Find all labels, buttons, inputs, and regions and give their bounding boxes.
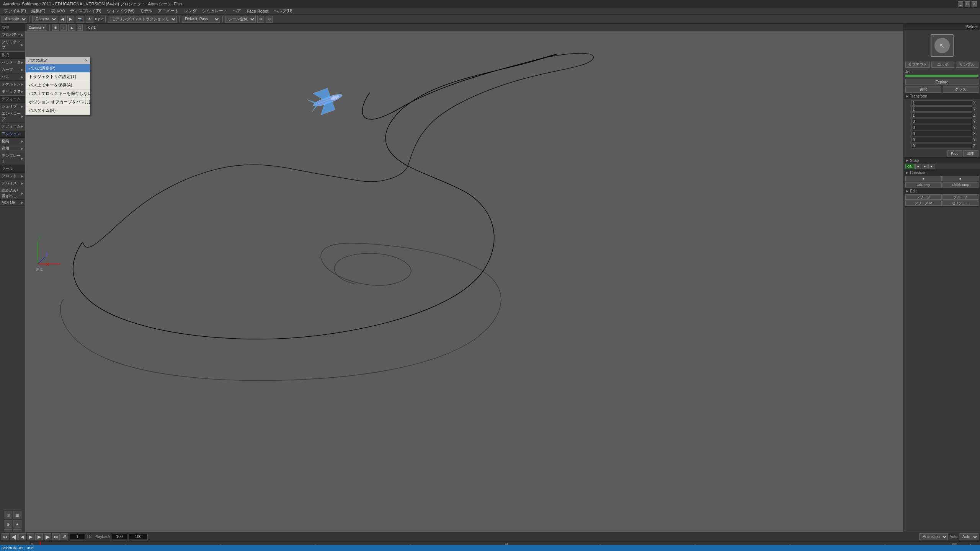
total-frame-display[interactable] — [129, 534, 148, 540]
pass-dropdown[interactable]: Default_Pass — [182, 16, 220, 23]
toolbar-camera-icon[interactable]: 📷 — [76, 16, 84, 23]
btn-edge[interactable]: エッジ — [931, 62, 954, 68]
rot-x-input[interactable] — [911, 119, 972, 124]
camera-select-btn[interactable]: Camera ▼ — [27, 24, 47, 31]
menu-window[interactable]: ウィンドウ(W) — [105, 8, 137, 14]
menu-file[interactable]: ファイル(F) — [2, 8, 28, 14]
maximize-button[interactable]: □ — [965, 1, 970, 7]
sidebar-item-store[interactable]: 格納 ▶ — [0, 138, 25, 145]
ctx-item-path-settings[interactable]: パスの設定(P) — [26, 64, 90, 73]
rot-y-input[interactable] — [911, 125, 972, 130]
btn-class[interactable]: クラス — [943, 86, 979, 93]
toolbar-btn-1[interactable]: ◀ — [59, 16, 66, 23]
menu-hair[interactable]: ヘア — [230, 8, 243, 14]
menu-facerobot[interactable]: Face Robot — [244, 8, 271, 14]
tool-icon-snap[interactable]: ✦ — [13, 520, 21, 528]
sidebar-item-envelope[interactable]: エンベロープ ▶ — [0, 110, 25, 123]
menu-render[interactable]: レンダ — [182, 8, 199, 14]
scale-x-input[interactable] — [911, 100, 972, 106]
vp-btn-wireframe[interactable]: ○ — [60, 24, 66, 31]
menu-animate[interactable]: アニメート — [155, 8, 181, 14]
childcomp-btn[interactable]: ChildComp — [942, 182, 979, 187]
snap-btn-1[interactable]: ● — [915, 164, 921, 169]
minimize-button[interactable]: _ — [958, 1, 963, 7]
btn-sample[interactable]: サンプル — [956, 62, 979, 68]
btn-next-frame[interactable]: ▶ — [35, 533, 43, 540]
end-frame-input[interactable] — [112, 534, 127, 540]
current-frame-input[interactable] — [70, 534, 85, 540]
pin-io[interactable]: ▶ — [21, 192, 23, 195]
pos-z-input[interactable] — [911, 143, 972, 148]
pin-skeleton[interactable]: ▶ — [21, 83, 23, 86]
ctx-item-trajectory[interactable]: トラジェクトリの設定(T) — [26, 73, 90, 81]
toolbar-zoom-out-btn[interactable]: ⊖ — [266, 16, 273, 23]
constrain-btn-2[interactable]: ■ — [942, 176, 979, 181]
tool-icon-grid[interactable]: ⊞ — [4, 511, 12, 519]
pos-x-input[interactable] — [911, 131, 972, 136]
pos-y-input[interactable] — [911, 137, 972, 142]
ctx-item-path-time[interactable]: パスタイム(R) — [26, 106, 90, 115]
pin-plot[interactable]: ▶ — [21, 174, 23, 178]
pin-template[interactable]: ▶ — [21, 157, 23, 160]
btn-explore[interactable]: Explore — [905, 79, 978, 85]
sidebar-item-path[interactable]: パス ▶ — [0, 73, 25, 81]
ctx-item-no-lock-key[interactable]: パス上でロックキーを保存しない — [26, 90, 90, 98]
freeze-btn[interactable]: フリーズ — [905, 194, 942, 200]
menu-edit[interactable]: 編集(E) — [29, 8, 48, 14]
menu-help[interactable]: ヘルプ(H) — [271, 8, 294, 14]
menu-view[interactable]: 表示(V) — [49, 8, 67, 14]
animation-dropdown[interactable]: Animation — [919, 533, 948, 540]
prop-btn[interactable]: Prop — [947, 150, 962, 156]
vp-btn-display[interactable]: ◉ — [52, 24, 59, 31]
btn-prev-frame[interactable]: ◀ — [18, 533, 26, 540]
pin-curve[interactable]: ▶ — [21, 68, 23, 72]
pin-apply[interactable]: ▶ — [21, 147, 23, 150]
tool-icon-view[interactable]: ⊕ — [4, 520, 12, 528]
menu-display[interactable]: ディスプレイ(D) — [68, 8, 103, 14]
pin-deform[interactable]: ▶ — [21, 125, 23, 128]
toolbar-zoom-btn[interactable]: ⊕ — [257, 16, 264, 23]
timing-dropdown[interactable]: Auto — [959, 533, 978, 540]
pin-primitive[interactable]: ▶ — [21, 43, 23, 47]
sidebar-item-shape[interactable]: シェイプ ▶ — [0, 103, 25, 110]
toolbar-btn-2[interactable]: ▶ — [67, 16, 74, 23]
btn-next-key[interactable]: |▶ — [44, 533, 51, 540]
delete-btn[interactable]: ゼリデュー — [942, 201, 979, 206]
mode-dropdown[interactable]: モデリングコンストラクションモード — [108, 16, 177, 23]
sidebar-item-character[interactable]: キャラクタ ▶ — [0, 88, 25, 95]
btn-select[interactable]: 選択 — [905, 86, 941, 93]
sidebar-item-primitive[interactable]: プリミティブ ▶ — [0, 39, 25, 51]
tool-icon-layer[interactable]: ▦ — [13, 511, 21, 519]
btn-loop[interactable]: ↺ — [60, 533, 68, 540]
btn-go-end[interactable]: ⏭ — [52, 533, 60, 540]
snap-on-btn[interactable]: ON — [905, 164, 915, 169]
close-button[interactable]: × — [972, 1, 977, 7]
sidebar-item-plot[interactable]: プロット ▶ — [0, 173, 25, 180]
sidebar-item-device[interactable]: デバイス ▶ — [0, 180, 25, 187]
sidebar-item-property[interactable]: プロパティ ▶ — [0, 31, 25, 39]
sidebar-item-deform[interactable]: デフォーム ▶ — [0, 123, 25, 130]
zoom-dropdown[interactable]: シーン全体 — [225, 16, 256, 23]
animate-dropdown[interactable]: Animate — [2, 16, 27, 23]
sidebar-item-apply[interactable]: 適用 ▶ — [0, 145, 25, 152]
select-main-button[interactable]: ↖ — [931, 34, 954, 57]
pin-character[interactable]: ▶ — [21, 90, 23, 93]
camera-dropdown[interactable]: Camera — [32, 16, 57, 23]
group-btn[interactable]: グループ — [942, 194, 979, 200]
pin-parameter[interactable]: ▶ — [21, 61, 23, 64]
pin-device[interactable]: ▶ — [21, 182, 23, 185]
pin-motor[interactable]: ▶ — [21, 201, 23, 204]
menu-simulate[interactable]: シミュレート — [200, 8, 230, 14]
toolbar-eye-icon[interactable]: 👁 — [86, 16, 93, 23]
sidebar-item-parameter[interactable]: パラメータ ▶ — [0, 59, 25, 66]
context-menu-close[interactable]: × — [85, 58, 88, 63]
ctx-item-convert-position[interactable]: ポジション オフカーブをパスに変換(S) — [26, 98, 90, 106]
pin-shape[interactable]: ▶ — [21, 105, 23, 108]
freeze-m-btn[interactable]: フリーズ M — [905, 201, 942, 206]
ctx-item-save-key-on-path[interactable]: パス上でキーを保存(A) — [26, 81, 90, 90]
pin-path[interactable]: ▶ — [21, 75, 23, 79]
sidebar-item-template[interactable]: テンプレート ▶ — [0, 152, 25, 165]
pin-store[interactable]: ▶ — [21, 140, 23, 143]
pin-envelope[interactable]: ▶ — [21, 115, 23, 118]
vp-btn-shaded[interactable]: ▲ — [68, 24, 75, 31]
